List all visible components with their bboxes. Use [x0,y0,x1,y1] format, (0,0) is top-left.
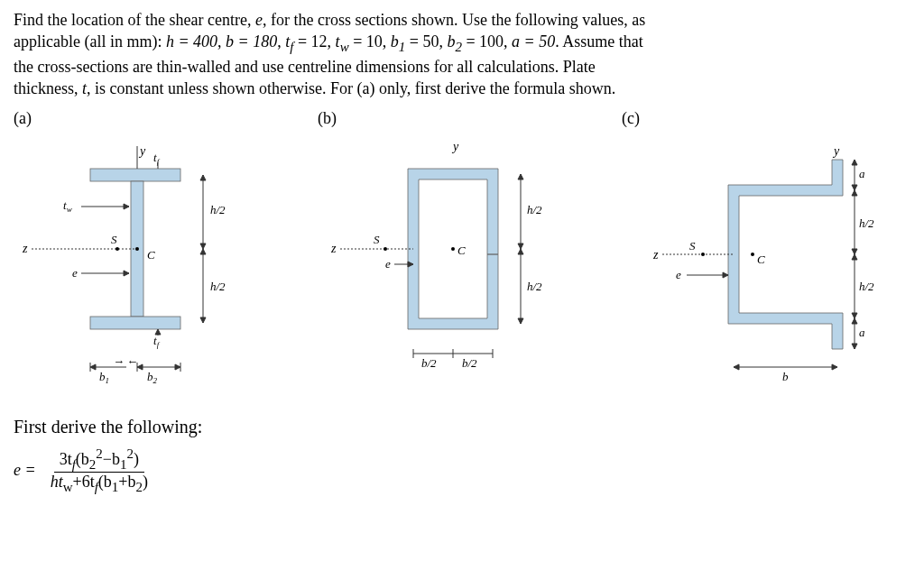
svg-text:z: z [652,248,659,262]
svg-text:b2: b2 [147,370,158,385]
svg-marker-82 [852,344,857,349]
svg-point-89 [751,253,754,256]
svg-text:tf: tf [153,334,161,349]
svg-text:b/2: b/2 [462,356,477,370]
svg-marker-29 [155,329,161,335]
svg-rect-2 [90,317,180,329]
svg-text:a: a [859,326,865,339]
svg-text:S: S [374,233,380,246]
svg-text:z: z [330,242,337,255]
svg-marker-81 [852,318,857,324]
label-a: (a) [14,109,302,128]
svg-marker-26 [124,271,129,276]
svg-marker-77 [852,254,857,260]
svg-point-23 [135,247,139,251]
svg-marker-13 [200,175,206,180]
svg-marker-18 [200,317,206,323]
diagram-c: y a h/2 h/2 a [622,133,874,403]
svg-marker-38 [175,364,180,370]
svg-point-87 [701,253,705,256]
svg-text:h/2: h/2 [527,203,542,216]
figure-c: (c) y a h/2 h/2 [622,109,910,495]
svg-text:←: ← [126,354,138,368]
svg-text:e: e [676,268,681,281]
svg-marker-94 [734,364,739,370]
svg-text:e: e [385,257,391,271]
svg-marker-73 [852,190,857,196]
svg-text:e: e [72,266,78,280]
svg-text:C: C [457,244,466,257]
svg-marker-57 [518,249,523,254]
svg-rect-0 [90,169,180,181]
figure-b: (b) y z S e C [318,109,606,495]
svg-text:C: C [757,253,765,266]
svg-text:→: → [113,354,125,368]
svg-marker-95 [832,364,837,370]
svg-text:h/2: h/2 [210,203,226,216]
label-b: (b) [318,109,606,128]
svg-text:y: y [451,140,459,153]
svg-marker-58 [518,318,523,324]
svg-marker-34 [90,364,96,370]
svg-text:b1: b1 [99,370,109,385]
svg-text:h/2: h/2 [527,280,542,293]
svg-text:y: y [832,144,840,158]
svg-text:h/2: h/2 [859,216,874,230]
diagram-b: y z S e C h/2 [318,133,570,403]
diagram-a: y z tf tw h/2 h/2 [14,133,266,403]
svg-text:b: b [782,370,789,383]
svg-text:y: y [138,144,146,158]
svg-marker-11 [124,204,129,209]
figures-row: (a) y z tf tw [14,109,910,495]
svg-text:z: z [22,242,28,255]
derive-heading: First derive the following: [14,417,302,437]
svg-point-46 [383,247,387,251]
svg-point-51 [451,247,455,251]
svg-text:C: C [147,248,155,262]
svg-text:tf: tf [153,151,161,166]
svg-marker-17 [200,249,206,254]
label-c: (c) [622,109,910,128]
problem-statement: Find the location of the shear centre, e… [14,9,910,100]
svg-marker-53 [518,174,523,179]
svg-text:S: S [689,239,696,253]
svg-text:a: a [859,167,865,180]
figure-a: (a) y z tf tw [14,109,302,495]
svg-text:h/2: h/2 [859,280,874,293]
svg-marker-92 [723,272,728,278]
svg-point-22 [116,247,119,251]
svg-text:tw: tw [63,198,72,214]
svg-text:S: S [111,233,117,246]
svg-text:h/2: h/2 [210,280,226,293]
formula-e: e = 3tf(b22−b12) htw+6tf(b1+b2) [14,446,302,495]
svg-text:b/2: b/2 [421,356,437,370]
svg-marker-69 [852,160,857,165]
